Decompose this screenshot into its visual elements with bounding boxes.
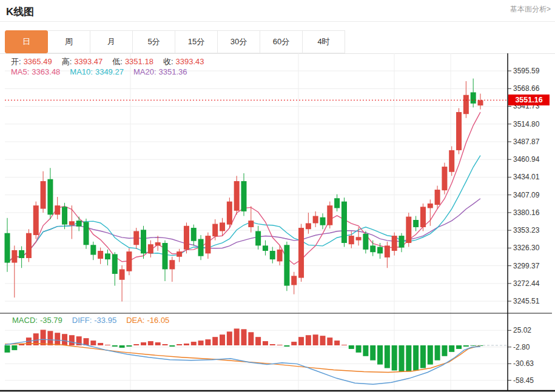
candle-body[interactable] <box>392 236 397 251</box>
candle-body[interactable] <box>420 207 426 227</box>
fundamental-analysis-link[interactable]: 基本面分析> <box>510 4 551 15</box>
macd-bar <box>413 345 419 370</box>
candle-body[interactable] <box>241 181 247 211</box>
price-axis-label: 3514.80 <box>513 120 540 128</box>
macd-bar <box>313 334 318 345</box>
candle-body[interactable] <box>334 198 340 208</box>
candle-body[interactable] <box>62 207 67 224</box>
candle-body[interactable] <box>478 100 483 105</box>
tab-30分[interactable]: 30分 <box>217 30 260 53</box>
diff-value: -33.95 <box>94 316 116 325</box>
candle-body[interactable] <box>5 233 10 263</box>
candle-body[interactable] <box>119 269 125 279</box>
candle-body[interactable] <box>55 205 60 214</box>
candle-body[interactable] <box>298 228 304 278</box>
high-label: 高: <box>62 57 72 66</box>
candle-body[interactable] <box>234 181 240 211</box>
candle-body[interactable] <box>291 276 297 285</box>
tab-日[interactable]: 日 <box>5 30 48 53</box>
candle-body[interactable] <box>449 150 454 172</box>
candle-body[interactable] <box>177 251 182 257</box>
candle-body[interactable] <box>471 92 476 103</box>
candle-body[interactable] <box>284 245 289 285</box>
macd-bar <box>141 342 146 345</box>
candle-body[interactable] <box>12 250 17 263</box>
candle-body[interactable] <box>169 260 175 269</box>
candle-body[interactable] <box>163 243 168 269</box>
tab-月[interactable]: 月 <box>90 30 133 53</box>
candle-body[interactable] <box>327 205 332 225</box>
macd-bar <box>349 345 354 349</box>
macd-bar <box>277 345 283 345</box>
macd-bar <box>12 345 17 350</box>
candle-body[interactable] <box>263 245 268 251</box>
candle-body[interactable] <box>191 228 197 241</box>
high-value: 3393.47 <box>74 57 103 66</box>
close-value: 3393.43 <box>176 57 204 66</box>
macd-bar <box>291 342 297 345</box>
kline-chart[interactable]: 3595.593568.663541.733514.803487.873460.… <box>0 53 555 392</box>
candle-body[interactable] <box>227 202 232 225</box>
candle-body[interactable] <box>406 217 411 243</box>
candle-body[interactable] <box>428 204 433 208</box>
macd-bar <box>341 345 347 345</box>
macd-bar <box>148 341 153 345</box>
tab-60分[interactable]: 60分 <box>260 30 303 53</box>
candle-body[interactable] <box>442 167 447 190</box>
candle-body[interactable] <box>47 179 53 215</box>
candle-body[interactable] <box>41 181 46 209</box>
candle-body[interactable] <box>385 245 390 257</box>
candle-body[interactable] <box>270 251 275 259</box>
candle-body[interactable] <box>363 234 368 250</box>
candle-body[interactable] <box>184 226 189 250</box>
tab-5分[interactable]: 5分 <box>132 30 175 53</box>
candle-body[interactable] <box>370 245 375 252</box>
candle-body[interactable] <box>277 250 283 262</box>
candle-body[interactable] <box>105 253 110 259</box>
candle-body[interactable] <box>33 205 39 235</box>
ma10-label: MA10: <box>70 67 93 76</box>
candle-body[interactable] <box>141 230 146 253</box>
candle-body[interactable] <box>84 222 89 245</box>
candle-body[interactable] <box>341 202 347 243</box>
candle-body[interactable] <box>313 216 318 223</box>
candle-body[interactable] <box>356 237 362 240</box>
candle-body[interactable] <box>126 251 132 271</box>
candle-body[interactable] <box>112 254 118 274</box>
candle-body[interactable] <box>248 221 254 227</box>
candle-body[interactable] <box>133 231 139 245</box>
candle-body[interactable] <box>377 247 383 254</box>
candle-body[interactable] <box>349 236 354 244</box>
candle-body[interactable] <box>155 242 161 245</box>
candle-body[interactable] <box>26 233 32 258</box>
candle-body[interactable] <box>198 239 204 256</box>
candle-body[interactable] <box>90 245 96 254</box>
candle-body[interactable] <box>69 221 75 225</box>
candle-body[interactable] <box>255 231 261 245</box>
tab-4时[interactable]: 4时 <box>302 30 345 53</box>
candle-body[interactable] <box>435 190 440 205</box>
candle-body[interactable] <box>320 218 326 225</box>
macd-axis-label: 25.02 <box>513 326 531 334</box>
macd-bar <box>456 345 462 349</box>
candle-body[interactable] <box>306 223 311 229</box>
candle-body[interactable] <box>98 251 103 259</box>
macd-bar <box>119 345 125 348</box>
candle-body[interactable] <box>413 220 419 227</box>
candle-body[interactable] <box>19 250 24 258</box>
candle-body[interactable] <box>399 236 405 248</box>
candle-body[interactable] <box>205 236 210 253</box>
candle-body[interactable] <box>148 244 153 253</box>
candle-body[interactable] <box>212 224 218 237</box>
candle-body[interactable] <box>76 221 82 227</box>
candle-body[interactable] <box>456 112 462 150</box>
candle-body[interactable] <box>463 95 469 114</box>
macd-bar <box>428 345 433 365</box>
candle-body[interactable] <box>220 222 225 231</box>
macd-bar <box>263 341 268 345</box>
tab-周[interactable]: 周 <box>47 30 90 53</box>
price-axis-label: 3568.66 <box>513 84 540 93</box>
tab-15分[interactable]: 15分 <box>175 30 218 53</box>
price-axis-label: 3487.87 <box>513 138 540 146</box>
macd-bar <box>377 345 383 365</box>
